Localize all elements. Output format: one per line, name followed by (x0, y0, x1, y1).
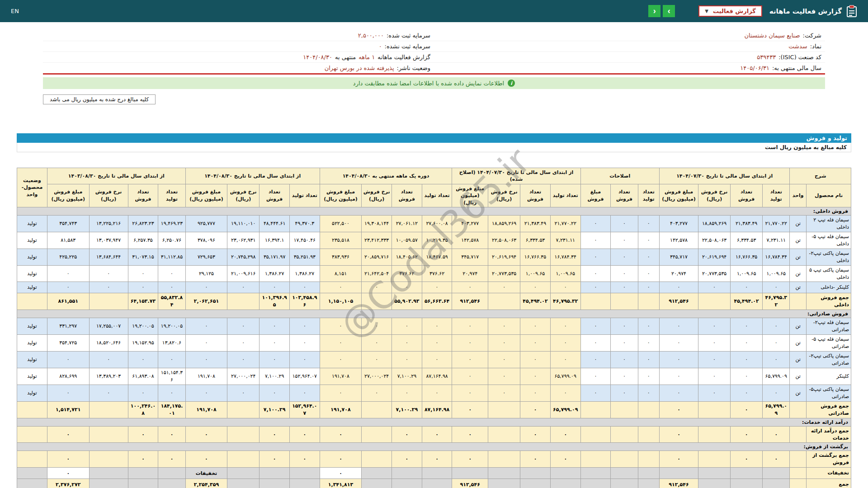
value-cell-c-3: ۲۰,۹۷۴ (452, 265, 488, 282)
value-cell-a-1: ۰ (731, 282, 763, 293)
product-name: تخفیفات (806, 468, 851, 479)
status-cell: تولید (17, 282, 47, 293)
value-cell-c-2: ۲۰,۶۱۹,۶۹۴ (488, 249, 520, 265)
value-cell-c-2: ۰ (488, 352, 520, 368)
group-header-d: دوره یک ماهه منتهی به ۱۴۰۴/۰۸/۳۰ (320, 168, 452, 184)
value-cell-f-0: ۱۳,۸۲۰.۶ (158, 335, 185, 352)
nav-prev-button[interactable]: ‹ (648, 5, 660, 17)
value-cell-a-0 (763, 468, 790, 479)
status-cell (17, 401, 47, 418)
value-cell-c-0: ۶۵,۷۹۹.۰۹ (550, 401, 580, 418)
value-cell-e-2 (227, 451, 259, 468)
unit-cell: تن (790, 265, 807, 282)
value-cell-f-0 (158, 479, 185, 488)
value-cell-b-2: ۰ (580, 335, 611, 352)
section-label: فروش صادراتی: (17, 310, 851, 318)
value-cell-b-1: ۰ (611, 282, 638, 293)
value-cell-f-3: ۸۱,۵۸۳ (47, 232, 89, 249)
status-cell: تولید (17, 335, 47, 352)
sub-header-d-1: تعداد فروش (392, 184, 422, 207)
value-cell-d-1: ۰ (392, 352, 422, 368)
company-info: شرکت:صنایع سیمان دشتستانسرمایه ثبت شده:۲… (43, 30, 825, 75)
value-cell-c-3: ۰ (452, 282, 488, 293)
value-cell-f-2: ۱۳,۲۲۵,۲۱۶ (89, 215, 128, 232)
report-icon (846, 5, 857, 18)
status-cell: تولید (17, 368, 47, 385)
value-cell-e-3: ۰ (185, 352, 227, 368)
value-cell-a-0: ۶۵,۷۹۹.۰۹ (763, 368, 790, 385)
value-cell-b-1 (611, 401, 638, 418)
info-value: ۵۳۹۴۳۳ (757, 54, 776, 61)
report-type-label: گزارش فعالیت (713, 8, 756, 14)
value-cell-b-0: ۰ (638, 385, 659, 401)
value-cell-a-2 (698, 451, 731, 468)
value-cell-e-1: ۱,۳۸۶.۲۷ (259, 265, 290, 282)
value-cell-e-3: ۰ (185, 426, 227, 443)
language-toggle[interactable]: EN (11, 8, 19, 14)
value-cell-a-3 (659, 468, 698, 479)
product-name: جمع (806, 479, 851, 488)
value-cell-f-3: ۸۶۱,۵۵۱ (47, 293, 89, 310)
value-cell-f-2: ۰ (89, 282, 128, 293)
section-row: فروش صادراتی: (17, 310, 851, 318)
value-cell-e-3: تخفیفات (185, 468, 227, 479)
value-cell-a-0: ۶۵,۷۹۹.۰۹ (763, 401, 790, 418)
value-cell-a-3: ۴۰۳,۲۷۷ (659, 215, 698, 232)
info-value: ۲,۵۰۰,۰۰۰ (358, 32, 384, 39)
unit-header: واحد (790, 184, 807, 207)
value-cell-c-1: ۴۵,۴۹۴.۰۲ (520, 293, 551, 310)
value-cell-d-1 (392, 468, 422, 479)
value-cell-f-2: ۰ (89, 265, 128, 282)
status-cell: تولید (17, 265, 47, 282)
nav-next-button[interactable]: › (663, 5, 675, 17)
value-cell-f-0: ۱۸۴,۱۷۵.۰۱ (158, 401, 185, 418)
value-cell-e-2 (227, 401, 259, 418)
value-cell-d-3: ۰ (320, 426, 362, 443)
value-cell-e-1 (259, 479, 290, 488)
value-cell-a-2 (698, 293, 731, 310)
value-cell-d-1: ۳۷۶.۶۲ (392, 265, 422, 282)
unit-cell: تن (790, 215, 807, 232)
value-cell-f-1: ۰ (128, 352, 158, 368)
value-cell-a-2: ۰ (698, 352, 731, 368)
value-cell-a-1: ۰ (731, 426, 763, 443)
value-cell-a-2: ۰ (698, 385, 731, 401)
value-cell-c-3: ۰ (452, 401, 488, 418)
unit-cell: تن (790, 318, 807, 335)
value-cell-d-0: ۰ (422, 352, 452, 368)
value-cell-a-2: ۲۲,۵۰۸,۰۶۳ (698, 232, 731, 249)
value-cell-c-1: ۰ (520, 335, 551, 352)
value-cell-b-2 (580, 468, 611, 479)
value-cell-a-1: ۰ (731, 401, 763, 418)
value-cell-d-2: ۰ (362, 282, 392, 293)
table-row: سیمان پاکتی تیپ۲- داخلیتن۱۶,۷۸۴.۳۴۱۶,۷۶۶… (17, 249, 851, 265)
info-value: ۱۴۰۵/۰۶/۳۱ (740, 65, 769, 71)
unit-cell: تن (790, 335, 807, 352)
value-cell-c-2 (488, 426, 520, 443)
value-cell-d-0: ۰ (422, 282, 452, 293)
value-cell-a-2: ۰ (698, 282, 731, 293)
info-label: سال مالی منتهی به: (772, 65, 821, 71)
value-cell-b-0 (638, 468, 659, 479)
value-cell-a-0: ۰ (763, 335, 790, 352)
value-cell-a-1: ۰ (731, 368, 763, 385)
value-cell-a-0: ۱۶,۷۸۴.۳۴ (763, 249, 790, 265)
value-cell-c-0: ۰ (550, 352, 580, 368)
report-type-dropdown[interactable]: گزارش فعالیت ▼ (698, 5, 762, 17)
value-cell-e-1: ۰ (259, 385, 290, 401)
value-cell-c-1 (520, 479, 551, 488)
chevron-down-icon: ▼ (705, 9, 708, 14)
value-cell-b-2: ۰ (580, 318, 611, 335)
value-cell-f-2: ۱۸,۵۲۰,۶۴۶ (89, 335, 128, 352)
value-cell-f-2 (89, 401, 128, 418)
value-cell-b-2: ۰ (580, 282, 611, 293)
value-cell-c-2: ۱۸,۸۵۹,۲۶۹ (488, 215, 520, 232)
value-cell-d-3: ۰ (320, 385, 362, 401)
value-cell-d-3: ۱۹۱,۷۰۸ (320, 401, 362, 418)
value-cell-d-0: ۱۰,۲۱۹.۳۵ (422, 232, 452, 249)
value-cell-a-1: ۶,۳۳۴.۵۳ (731, 232, 763, 249)
sub-header-e-2: نرخ فروش (ریال) (227, 184, 259, 207)
section-row: فروش داخلی: (17, 207, 851, 215)
value-cell-a-0: ۰ (763, 282, 790, 293)
group-header-row: شرحاز ابتدای سال مالی تا تاریخ ۱۴۰۴/۰۷/۳… (17, 168, 851, 184)
